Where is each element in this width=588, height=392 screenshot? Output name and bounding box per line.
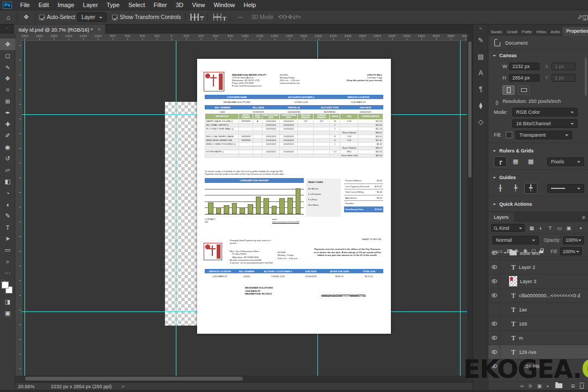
libraries-panel-icon[interactable]: ◇ [473, 114, 488, 130]
document-tab[interactable]: Italy id.psd @ 20.7% (RGB/16) * × [14, 24, 105, 34]
blend-mode-dropdown[interactable]: Normal [492, 236, 539, 244]
foreground-color-swatch[interactable] [2, 281, 9, 289]
layer-row[interactable]: Tcilla0000000...<<<<<<<<0 d [488, 289, 588, 303]
menu-image[interactable]: Image [53, 2, 79, 8]
character-panel-icon[interactable]: A [473, 65, 488, 81]
opacity-field[interactable]: 100% [563, 236, 584, 244]
adjustment-layer-icon[interactable]: ◐ [547, 383, 549, 389]
layer-row[interactable]: edite text [488, 246, 588, 260]
color-swatches[interactable] [0, 280, 15, 296]
close-icon[interactable]: × [97, 27, 100, 32]
layer-row[interactable]: T169 [488, 317, 588, 331]
guide-option-icon-2[interactable]: ╇ [524, 183, 537, 194]
quick-mask-icon[interactable]: ◨ [0, 296, 15, 308]
layer-visibility-toggle[interactable] [488, 274, 500, 289]
history-panel-icon[interactable]: ✎ [473, 32, 488, 48]
layer-effects-icon[interactable]: fx [529, 383, 532, 389]
menu-window[interactable]: Window [209, 2, 239, 8]
menu-help[interactable]: Help [240, 2, 261, 8]
delete-layer-icon[interactable] [580, 384, 584, 389]
eyedropper-tool[interactable]: ✒ [0, 107, 15, 119]
new-layer-icon[interactable]: ⊞ [571, 383, 575, 389]
type-tool[interactable]: T [0, 222, 15, 233]
layer-visibility-toggle[interactable] [488, 331, 500, 345]
fill-dropdown[interactable]: Transparent [516, 131, 572, 139]
marquee-tool[interactable]: ◻ [0, 50, 15, 62]
guides-section-header[interactable]: Guides [488, 172, 588, 182]
blur-tool[interactable]: ◔ [0, 187, 15, 199]
guide-vertical[interactable] [176, 41, 176, 376]
panel-scrollbar[interactable] [585, 58, 587, 96]
guide-option-icon-0[interactable]: ╂ [494, 183, 507, 194]
horizontal-scrollbar[interactable] [22, 376, 467, 382]
clone-stamp-tool[interactable]: ◉ [0, 142, 15, 153]
layer-filter-dropdown[interactable]: Kind [491, 224, 525, 232]
distribute-icon-2[interactable]: ┥ [219, 14, 223, 20]
ruler-option-icon-1[interactable]: ▦ [509, 156, 522, 167]
document-page[interactable]: WAUWATOSA WATER UTILITY 7725 W. North Av… [197, 59, 391, 334]
rulers-grids-section-header[interactable]: Rulers & Grids [488, 145, 588, 156]
pen-tool[interactable]: ✎ [0, 210, 15, 222]
auto-select-checkbox[interactable] [39, 15, 45, 20]
menu-layer[interactable]: Layer [78, 2, 102, 8]
fill-swatch[interactable] [506, 132, 512, 138]
align-icon-3[interactable]: ┯ [200, 14, 204, 20]
menu-select[interactable]: Select [124, 2, 150, 8]
layer-row[interactable]: Layer 3 [488, 274, 588, 289]
frame-tool[interactable]: ⊞ [0, 96, 15, 107]
layer-row[interactable]: T1ae [488, 303, 588, 317]
layer-visibility-toggle[interactable] [488, 303, 500, 317]
brush-tool[interactable]: ✐ [0, 130, 15, 142]
menu-view[interactable]: View [188, 2, 210, 8]
quick-selection-tool[interactable]: ❖ [0, 73, 15, 84]
height-field[interactable]: 2854 px [509, 74, 540, 82]
filter-pin-icon[interactable]: ● [577, 224, 585, 232]
zoom-level[interactable]: 20.66% [18, 384, 35, 389]
lasso-tool[interactable]: ∿ [0, 62, 15, 73]
guide-vertical[interactable] [460, 41, 461, 376]
ruler-units-dropdown[interactable]: Pixels [547, 157, 584, 166]
quick-actions-section-header[interactable]: Quick Actions [488, 199, 588, 209]
tab-patte[interactable]: Patte [519, 29, 534, 34]
layer-mask-icon[interactable]: ▣ [537, 383, 542, 389]
guide-vertical[interactable] [24, 41, 25, 376]
path-selection-tool[interactable]: ➤ [0, 233, 15, 244]
filter-adjustment-icon[interactable]: ◐ [537, 224, 545, 232]
move-tool[interactable]: ✥ [0, 39, 15, 50]
status-chevron-icon[interactable]: > [121, 384, 124, 389]
canvas-section-header[interactable]: Canvas [488, 50, 588, 60]
more-tools[interactable]: ⋯ [0, 267, 15, 279]
ruler-option-icon-2[interactable]: ▩ [524, 156, 537, 167]
healing-brush-tool[interactable]: ✚ [0, 119, 15, 130]
current-tool-icon[interactable]: ✥ [21, 14, 31, 21]
layer-visibility-toggle[interactable] [488, 289, 500, 303]
canvas-area[interactable]: WAUWATOSA WATER UTILITY 7725 W. North Av… [22, 41, 467, 376]
toolbar-grip[interactable]: ¨ [0, 34, 15, 39]
share-icon[interactable]: ⬀ [577, 14, 582, 20]
layer-visibility-toggle[interactable] [488, 260, 500, 274]
guide-option-icon-1[interactable]: ╄ [509, 183, 522, 194]
tab-swatc[interactable]: Swatc [488, 29, 505, 34]
auto-select-target-dropdown[interactable]: Layer [77, 13, 107, 22]
more-options-icon[interactable]: ⋯ [238, 14, 244, 20]
bit-depth-dropdown[interactable]: 16 Bits/Channel [512, 119, 578, 128]
screen-mode-icon[interactable]: ▣ [0, 308, 15, 319]
history-brush-tool[interactable]: ↺ [0, 153, 15, 164]
distribute-icon-0[interactable]: ┝ [212, 14, 216, 20]
layer-visibility-toggle[interactable] [488, 246, 500, 260]
color-mode-dropdown[interactable]: RGB Color [512, 108, 578, 117]
filter-type-icon[interactable]: T [546, 224, 554, 232]
show-transform-checkbox[interactable] [112, 15, 118, 20]
tab-gradi[interactable]: Gradi [505, 29, 520, 34]
link-layers-icon[interactable]: ∞ [520, 383, 523, 389]
menu-type[interactable]: Type [102, 2, 124, 8]
paragraph-panel-icon[interactable]: ¶ [473, 81, 488, 97]
tab-histo[interactable]: Histo [534, 29, 548, 34]
tab-actio[interactable]: Actio [548, 29, 562, 34]
crop-tool[interactable]: ⌗ [0, 84, 15, 96]
menu-3d[interactable]: 3D [171, 2, 188, 8]
collapse-panels-icon[interactable]: » [473, 24, 488, 32]
gradient-tool[interactable]: ◧ [0, 176, 15, 187]
filter-pixel-icon[interactable]: ▦ [528, 224, 536, 232]
layer-visibility-toggle[interactable] [488, 317, 500, 331]
